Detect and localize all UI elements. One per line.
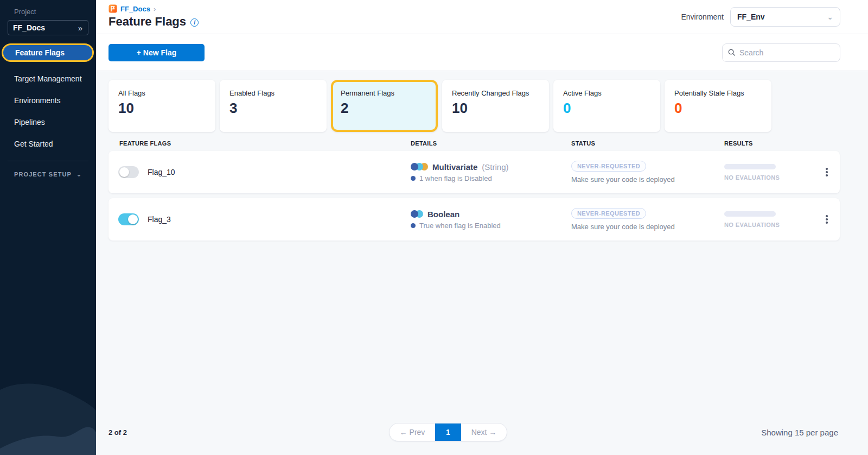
sidebar-item-label: Feature Flags xyxy=(15,48,65,57)
multivariate-icon xyxy=(411,163,428,170)
info-icon[interactable]: i xyxy=(190,18,199,27)
stat-value: 2 xyxy=(341,100,428,117)
table-header: FEATURE FLAGS DETAILS STATUS RESULTS xyxy=(108,140,868,151)
status-text: Make sure your code is deployed xyxy=(571,223,724,231)
stat-card-enabled-flags[interactable]: Enabled Flags 3 xyxy=(220,80,327,132)
sidebar-item-target-management[interactable]: Target Management xyxy=(0,74,96,84)
sidebar-item-pipelines[interactable]: Pipelines xyxy=(0,117,96,128)
stat-label: Enabled Flags xyxy=(229,89,317,97)
evaluations-bar xyxy=(724,164,776,169)
status-badge: NEVER-REQUESTED xyxy=(571,208,646,219)
chevron-down-icon: ⌄ xyxy=(76,172,82,176)
collapse-sidebar-icon[interactable]: » xyxy=(78,23,82,33)
variation-dot-icon xyxy=(411,176,416,181)
flag-type: Boolean xyxy=(427,210,459,219)
project-section-label: Project xyxy=(0,0,96,16)
toggle-knob xyxy=(128,214,138,224)
stat-value: 0 xyxy=(674,100,762,117)
sidebar-item-environments[interactable]: Environments xyxy=(0,96,96,106)
stat-value: 3 xyxy=(229,100,317,117)
stat-cards: All Flags 10 Enabled Flags 3 Permanent F… xyxy=(108,80,868,132)
table-row[interactable]: Flag_3 Boolean True when flag is Enabled… xyxy=(108,198,840,241)
evaluations-text: NO EVALUATIONS xyxy=(724,174,820,181)
stat-card-potentially-stale-flags[interactable]: Potentially Stale Flags 0 xyxy=(665,80,771,132)
boolean-icon xyxy=(411,210,423,218)
environment-label: Environment xyxy=(681,12,724,21)
stat-value: 0 xyxy=(563,100,650,117)
toggle-knob xyxy=(119,167,129,177)
environment-value: FF_Env xyxy=(737,12,765,21)
environment-select[interactable]: FF_Env ⌄ xyxy=(730,7,840,27)
stat-value: 10 xyxy=(118,100,206,117)
sidebar: Project FF_Docs » Feature Flags Target M… xyxy=(0,0,96,455)
default-rule: 1 when flag is Disabled xyxy=(419,174,492,182)
next-page-button[interactable]: Next → xyxy=(461,428,507,437)
status-text: Make sure your code is deployed xyxy=(571,175,724,184)
variation-dot-icon xyxy=(411,223,416,228)
row-menu-button[interactable] xyxy=(820,164,833,180)
sidebar-nav: Target Management Environments Pipelines… xyxy=(0,74,96,149)
search-input[interactable] xyxy=(739,48,834,57)
flag-toggle[interactable] xyxy=(118,166,139,178)
column-header-results: RESULTS xyxy=(724,140,820,147)
sidebar-section-project-setup[interactable]: PROJECT SETUP ⌄ xyxy=(0,171,96,178)
pagination: ← Prev 1 Next → xyxy=(389,423,507,441)
breadcrumb-project-link[interactable]: FF_Docs xyxy=(120,5,150,13)
table-footer: 2 of 2 ← Prev 1 Next → Showing 15 per pa… xyxy=(96,418,868,455)
table-row[interactable]: Flag_10 Multivariate (String) 1 when fla… xyxy=(108,151,840,193)
stat-label: Potentially Stale Flags xyxy=(674,89,762,97)
evaluations-bar xyxy=(724,211,776,217)
default-rule: True when flag is Enabled xyxy=(419,222,501,230)
main-panel: FF_Docs › Feature Flags i Environment FF… xyxy=(96,0,868,455)
project-selector[interactable]: FF_Docs » xyxy=(8,20,88,35)
sidebar-item-get-started[interactable]: Get Started xyxy=(0,139,96,149)
flag-logo-icon xyxy=(108,4,117,13)
row-menu-button[interactable] xyxy=(820,211,833,228)
sidebar-decorative-wave xyxy=(0,325,96,455)
sidebar-divider xyxy=(8,161,88,161)
page-size-label: Showing 15 per page xyxy=(761,428,838,437)
search-box[interactable] xyxy=(722,43,840,62)
stat-value: 10 xyxy=(452,100,539,117)
breadcrumb: FF_Docs › xyxy=(108,4,199,13)
breadcrumb-separator: › xyxy=(154,5,156,13)
flag-type: Multivariate xyxy=(432,162,477,172)
chevron-down-icon: ⌄ xyxy=(827,15,833,19)
row-count: 2 of 2 xyxy=(108,428,127,437)
search-icon xyxy=(728,49,735,56)
page-title: Feature Flags xyxy=(108,15,186,29)
toolbar: + New Flag xyxy=(96,34,868,71)
flag-name[interactable]: Flag_10 xyxy=(148,168,175,176)
column-header-feature-flags: FEATURE FLAGS xyxy=(108,140,411,147)
flag-toggle[interactable] xyxy=(118,213,139,225)
stat-label: Recently Changed Flags xyxy=(452,89,539,97)
project-name: FF_Docs xyxy=(13,23,45,32)
stat-label: Permanent Flags xyxy=(341,89,428,97)
page-1-button[interactable]: 1 xyxy=(435,423,461,441)
stat-card-recently-changed-flags[interactable]: Recently Changed Flags 10 xyxy=(442,80,549,132)
stat-label: Active Flags xyxy=(563,89,650,97)
sidebar-item-feature-flags[interactable]: Feature Flags xyxy=(2,43,94,62)
page-header: FF_Docs › Feature Flags i Environment FF… xyxy=(96,0,868,34)
stat-card-all-flags[interactable]: All Flags 10 xyxy=(108,80,215,132)
column-header-details: DETAILS xyxy=(411,140,571,147)
stat-card-permanent-flags[interactable]: Permanent Flags 2 xyxy=(331,80,438,132)
new-flag-button[interactable]: + New Flag xyxy=(108,44,205,61)
prev-page-button[interactable]: ← Prev xyxy=(390,428,435,437)
stat-label: All Flags xyxy=(118,89,206,97)
evaluations-text: NO EVALUATIONS xyxy=(724,222,820,228)
stat-card-active-flags[interactable]: Active Flags 0 xyxy=(553,80,660,132)
flag-name[interactable]: Flag_3 xyxy=(148,215,171,224)
content-area: All Flags 10 Enabled Flags 3 Permanent F… xyxy=(96,71,868,418)
column-header-status: STATUS xyxy=(571,140,724,147)
status-badge: NEVER-REQUESTED xyxy=(571,161,646,172)
flag-type-suffix: (String) xyxy=(482,162,508,172)
project-setup-label: PROJECT SETUP xyxy=(14,171,72,178)
